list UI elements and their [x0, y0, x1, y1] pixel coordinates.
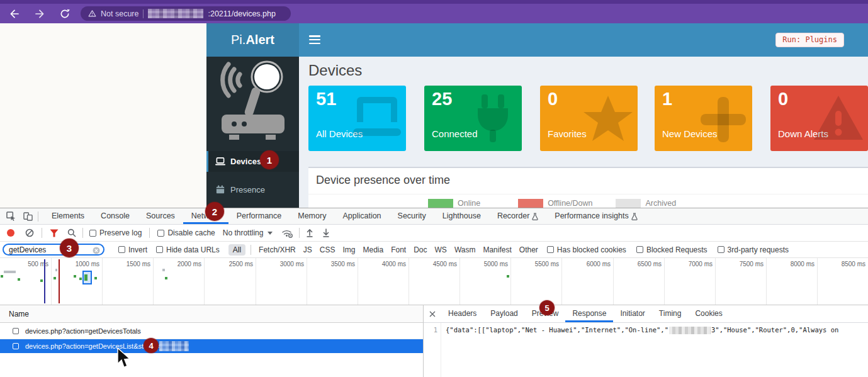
network-overview-timeline[interactable]: 500 ms 1000 ms 1500 ms 2000 ms 2500 ms 3…	[0, 258, 868, 305]
calendar-icon	[216, 185, 225, 194]
plus-icon	[697, 93, 750, 146]
filter-type-css[interactable]: CSS	[320, 245, 335, 254]
filter-type-js[interactable]: JS	[303, 245, 312, 254]
timeline-tick: 3500 ms	[321, 261, 355, 267]
sidebar-item-label: Presence	[230, 185, 265, 194]
load-event-marker	[59, 259, 60, 303]
legend-swatch-offline	[518, 199, 543, 208]
filter-type-img[interactable]: Img	[342, 245, 355, 254]
detail-tab-headers[interactable]: Headers	[441, 305, 483, 322]
inspect-element-icon[interactable]	[6, 211, 16, 221]
timeline-tick: 2500 ms	[219, 261, 253, 267]
request-list: Name devices.php?action=getDevicesTotals…	[0, 305, 423, 377]
import-har-icon[interactable]	[306, 228, 313, 237]
devtools-tabbar: Elements Console Sources Network Perform…	[0, 208, 868, 225]
sidebar-toggle-icon[interactable]	[309, 35, 320, 44]
filter-type-ws[interactable]: WS	[435, 245, 447, 254]
export-har-icon[interactable]	[322, 228, 330, 237]
card-favorites[interactable]: 0 Favorites	[540, 86, 638, 151]
search-icon[interactable]	[67, 228, 76, 237]
detail-tab-response[interactable]: Response	[565, 305, 613, 322]
network-toolbar: Preserve log Disable cache No throttling	[0, 225, 868, 242]
tab-elements[interactable]: Elements	[43, 208, 93, 224]
disable-cache-checkbox[interactable]	[157, 230, 164, 237]
card-all-devices[interactable]: 51 All Devices	[308, 86, 406, 151]
filter-type-media[interactable]: Media	[363, 245, 383, 254]
filter-type-all[interactable]: All	[228, 244, 245, 256]
filter-type-manifest[interactable]: Manifest	[483, 245, 511, 254]
tab-application[interactable]: Application	[334, 208, 389, 224]
tab-lighthouse[interactable]: Lighthouse	[434, 208, 489, 224]
request-row-gettotals[interactable]: devices.php?action=getDevicesTotals	[0, 323, 423, 339]
presence-panel-title: Device presence over time	[316, 174, 450, 187]
back-icon[interactable]	[9, 8, 20, 20]
timeline-request-bar	[4, 271, 16, 273]
preserve-log-label: Preserve log	[99, 228, 142, 237]
request-list-header[interactable]: Name	[0, 305, 423, 323]
tab-memory[interactable]: Memory	[290, 208, 334, 224]
presence-panel: Device presence over time Online Offline…	[308, 167, 868, 208]
legend-label-online: Online	[458, 199, 480, 208]
tab-security[interactable]: Security	[390, 208, 434, 224]
tab-performance-insights[interactable]: Performance insights	[546, 208, 645, 224]
chart-legend: Online Offline/Down Archived	[428, 199, 676, 208]
run-plugins-button[interactable]: Run: Plugins	[775, 33, 844, 47]
filter-type-doc[interactable]: Doc	[414, 245, 427, 254]
address-bar[interactable]: Not secure :20211/devices.php	[81, 6, 291, 21]
detail-tab-payload[interactable]: Payload	[483, 305, 524, 322]
panel-divider	[308, 194, 868, 194]
logo-prefix: Pi.	[231, 33, 245, 47]
detail-tab-timing[interactable]: Timing	[652, 305, 689, 322]
throttling-select[interactable]: No throttling	[223, 228, 264, 237]
filter-type-font[interactable]: Font	[391, 245, 406, 254]
response-text: 3","House","Router",0,"Always on	[711, 326, 838, 334]
blocked-requests-label: Blocked Requests	[646, 245, 707, 254]
detail-tab-cookies[interactable]: Cookies	[688, 305, 729, 322]
invert-checkbox[interactable]	[118, 246, 125, 253]
filter-type-other[interactable]: Other	[519, 245, 538, 254]
sidebar-item-presence[interactable]: Presence	[206, 180, 299, 199]
preserve-log-checkbox[interactable]	[89, 230, 96, 237]
tab-recorder[interactable]: Recorder	[489, 208, 546, 224]
request-detail-panel: Headers Payload Preview Response Initiat…	[423, 305, 868, 377]
laptop-icon	[351, 93, 403, 143]
request-row-getdeviceslist[interactable]: devices.php?action=getDevicesList&status…	[0, 339, 423, 353]
clear-filter-icon[interactable]	[93, 247, 100, 254]
response-viewer[interactable]: 1 {"data":[["laptop","Net - Huawei","Int…	[424, 323, 868, 377]
timeline-tick: 4000 ms	[372, 261, 406, 267]
card-new-devices[interactable]: 1 New Devices	[655, 86, 752, 151]
filter-input[interactable]: getDevices	[3, 244, 104, 256]
clear-icon[interactable]	[25, 228, 34, 237]
laptop-icon	[215, 157, 225, 166]
blocked-requests-checkbox[interactable]	[636, 246, 643, 253]
tab-performance[interactable]: Performance	[228, 208, 290, 224]
filter-icon[interactable]	[50, 229, 59, 237]
tab-console[interactable]: Console	[93, 208, 138, 224]
card-down-alerts[interactable]: 0 Down Alerts	[770, 86, 868, 151]
chevron-down-icon[interactable]	[268, 232, 273, 235]
sidebar-item-devices[interactable]: Devices	[206, 151, 299, 172]
filter-type-wasm[interactable]: Wasm	[454, 245, 476, 254]
filter-type-fetchxhr[interactable]: Fetch/XHR	[259, 245, 296, 254]
request-checkbox[interactable]	[13, 343, 19, 349]
network-conditions-icon[interactable]	[281, 228, 293, 238]
logo-bold: Alert	[245, 33, 274, 47]
close-icon[interactable]	[429, 311, 436, 317]
request-checkbox[interactable]	[13, 328, 19, 334]
tab-sources[interactable]: Sources	[138, 208, 183, 224]
card-connected[interactable]: 25 Connected	[424, 86, 522, 151]
third-party-requests-checkbox[interactable]	[718, 246, 724, 253]
detail-tab-initiator[interactable]: Initiator	[613, 305, 651, 322]
annotation-badge-4: 4	[144, 338, 159, 353]
hide-data-urls-checkbox[interactable]	[156, 246, 163, 253]
has-blocked-cookies-checkbox[interactable]	[547, 246, 554, 253]
timeline-tick: 3000 ms	[270, 261, 304, 267]
app-logo[interactable]: Pi.Alert	[206, 23, 299, 57]
record-icon[interactable]	[6, 228, 15, 237]
timeline-tick: 7000 ms	[679, 261, 713, 267]
pialert-app: Run: Plugins Syn (28, Pi.Alert	[206, 23, 868, 208]
disable-cache-label: Disable cache	[167, 228, 215, 237]
device-toolbar-icon[interactable]	[23, 212, 33, 221]
reload-icon[interactable]	[59, 8, 70, 20]
forward-icon[interactable]	[34, 8, 45, 20]
